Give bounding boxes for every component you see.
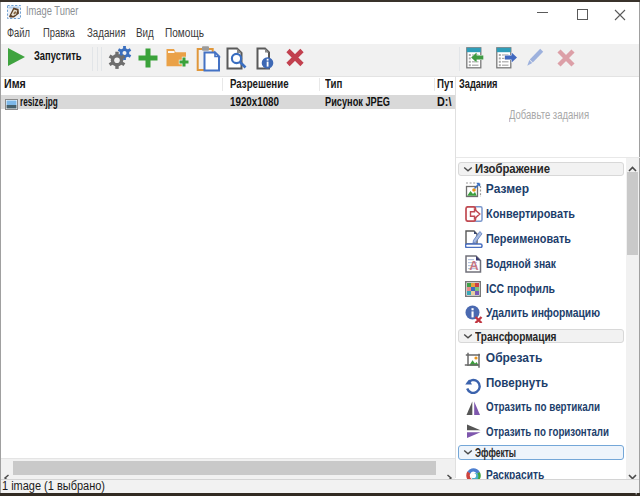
svg-text:A: A xyxy=(469,258,479,273)
